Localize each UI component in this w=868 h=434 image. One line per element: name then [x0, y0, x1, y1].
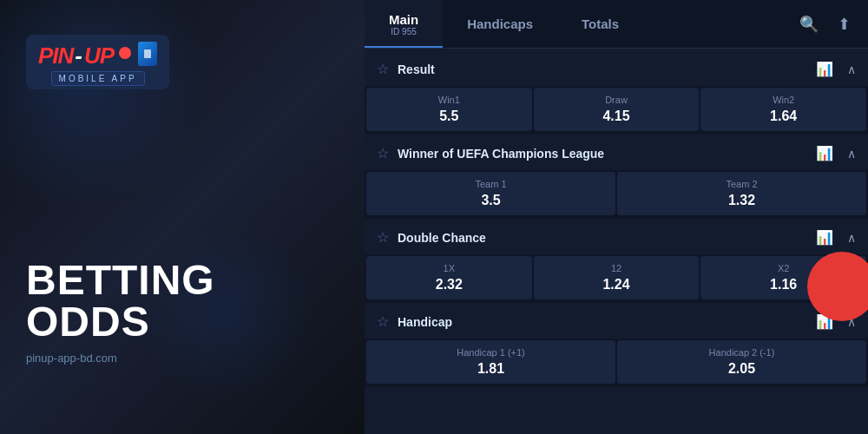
double-chance-chevron-icon: ∧ [847, 231, 856, 245]
result-chevron-icon: ∧ [847, 62, 856, 76]
betting-odds-section: BETTING ODDS pinup-app-bd.com [26, 260, 215, 365]
odds-win2[interactable]: Win2 1.64 [700, 88, 866, 131]
result-star-icon[interactable]: ☆ [377, 61, 389, 77]
result-odds-grid: Win1 5.5 Draw 4.15 Win2 1.64 [365, 86, 868, 135]
tab-handicaps-label: Handicaps [467, 16, 533, 31]
logo-box: PiN - UP MOBILE APP [26, 35, 169, 89]
odds-handicap1-label: Handicap 1 (+1) [457, 347, 525, 358]
section-winner-header[interactable]: ☆ Winner of UEFA Champions League 📊 ∧ [365, 136, 868, 170]
odds-handicap1[interactable]: Handicap 1 (+1) 1.81 [366, 340, 615, 384]
search-icon: 🔍 [799, 15, 819, 34]
section-result-header[interactable]: ☆ Result 📊 ∧ [365, 52, 868, 86]
double-chance-star-icon[interactable]: ☆ [377, 229, 389, 246]
collapse-button[interactable]: ⬆ [828, 9, 859, 40]
handicap-odds-grid: Handicap 1 (+1) 1.81 Handicap 2 (-1) 2.0… [365, 339, 868, 387]
tabs-bar: Main ID 955 Handicaps Totals 🔍 ⬆ [365, 0, 868, 49]
chevron-up-icon: ⬆ [838, 15, 851, 34]
double-chance-stats-icon: 📊 [816, 229, 833, 246]
betting-label-line1: BETTING [26, 260, 215, 301]
odds-team1[interactable]: Team 1 3.5 [366, 172, 615, 215]
handicap-title: Handicap [398, 315, 807, 329]
section-result: ☆ Result 📊 ∧ Win1 5.5 Draw 4.15 Win2 1.6… [365, 52, 868, 135]
winner-odds-grid: Team 1 3.5 Team 2 1.32 [365, 170, 868, 219]
odds-handicap2-label: Handicap 2 (-1) [709, 347, 775, 358]
logo-dot [119, 47, 131, 59]
tab-actions: 🔍 ⬆ [793, 0, 868, 48]
tab-totals-label: Totals [582, 16, 619, 31]
odds-team1-value: 3.5 [481, 193, 500, 208]
odds-x2-label: X2 [778, 263, 789, 273]
double-chance-odds-grid: 1X 2.32 12 1.24 X2 1.16 [365, 254, 868, 303]
odds-12-value: 1.24 [602, 277, 629, 293]
logo-dash-text: - [75, 43, 82, 69]
odds-x2-value: 1.16 [770, 277, 797, 293]
tab-totals[interactable]: Totals [557, 0, 643, 48]
odds-draw-label: Draw [605, 95, 628, 105]
odds-team2[interactable]: Team 2 1.32 [617, 172, 866, 215]
result-title: Result [398, 62, 807, 76]
tab-main[interactable]: Main ID 955 [365, 0, 443, 48]
odds-1x-value: 2.32 [436, 277, 463, 293]
betting-content[interactable]: ☆ Result 📊 ∧ Win1 5.5 Draw 4.15 Win2 1.6… [365, 49, 868, 434]
decorative-circle [807, 252, 868, 321]
section-handicap-header[interactable]: ☆ Handicap 📊 ∧ [365, 305, 868, 339]
odds-team2-value: 1.32 [728, 193, 755, 208]
logo-container: PiN - UP MOBILE APP [26, 35, 169, 89]
odds-1x[interactable]: 1X 2.32 [366, 256, 532, 299]
website-label: pinup-app-bd.com [26, 352, 215, 365]
logo-pin-text: PiN [38, 43, 73, 69]
logo-text-row: PiN - UP [38, 42, 157, 69]
section-winner: ☆ Winner of UEFA Champions League 📊 ∧ Te… [365, 136, 868, 219]
odds-handicap2-value: 2.05 [728, 361, 755, 377]
odds-draw[interactable]: Draw 4.15 [534, 88, 700, 131]
tab-handicaps[interactable]: Handicaps [443, 0, 557, 48]
odds-win2-value: 1.64 [770, 108, 797, 124]
odds-team1-label: Team 1 [475, 179, 506, 189]
odds-draw-value: 4.15 [602, 108, 629, 124]
left-panel: PiN - UP MOBILE APP BETTING ODDS pinup-a… [0, 0, 365, 434]
tab-main-label: Main [389, 12, 418, 27]
odds-win2-label: Win2 [773, 95, 794, 105]
odds-handicap2[interactable]: Handicap 2 (-1) 2.05 [617, 340, 866, 384]
odds-12-label: 12 [611, 263, 621, 273]
double-chance-title: Double Chance [398, 231, 807, 245]
odds-12[interactable]: 12 1.24 [534, 256, 700, 299]
odds-win1-label: Win1 [438, 95, 460, 105]
section-double-chance-header[interactable]: ☆ Double Chance 📊 ∧ [365, 220, 868, 254]
winner-title: Winner of UEFA Champions League [398, 147, 807, 161]
odds-team2-label: Team 2 [726, 179, 757, 189]
odds-win1[interactable]: Win1 5.5 [366, 88, 532, 131]
tab-main-sub: ID 955 [391, 27, 416, 36]
right-panel: Main ID 955 Handicaps Totals 🔍 ⬆ ☆ Resul… [365, 0, 868, 434]
mobile-app-label: MOBILE APP [51, 71, 145, 86]
odds-1x-label: 1X [444, 263, 455, 273]
search-button[interactable]: 🔍 [793, 9, 825, 40]
logo-card [138, 42, 157, 66]
betting-label-line2: ODDS [26, 301, 215, 343]
winner-star-icon[interactable]: ☆ [377, 145, 389, 161]
odds-win1-value: 5.5 [439, 108, 458, 124]
result-stats-icon: 📊 [816, 61, 833, 77]
handicap-star-icon[interactable]: ☆ [377, 313, 389, 330]
winner-chevron-icon: ∧ [847, 147, 856, 161]
logo-up-text: UP [84, 43, 114, 69]
odds-handicap1-value: 1.81 [477, 361, 504, 377]
section-handicap: ☆ Handicap 📊 ∧ Handicap 1 (+1) 1.81 Hand… [365, 305, 868, 387]
section-double-chance: ☆ Double Chance 📊 ∧ 1X 2.32 12 1.24 X2 1… [365, 220, 868, 303]
winner-stats-icon: 📊 [816, 145, 833, 161]
